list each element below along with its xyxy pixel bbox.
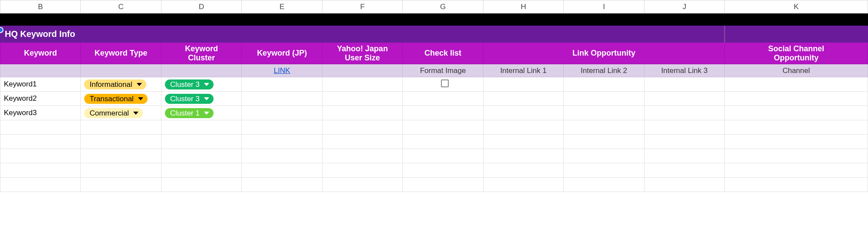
- col-header-D[interactable]: D: [161, 0, 241, 13]
- table-row[interactable]: Keyword1InformationalCluster 3: [0, 77, 868, 92]
- cell-yahoo-size[interactable]: [322, 106, 402, 120]
- chevron-down-icon: [137, 83, 142, 86]
- cell-internal-link-3[interactable]: [644, 106, 724, 120]
- cell-internal-link-3[interactable]: [644, 77, 724, 92]
- cell-keyword-type[interactable]: Transactional: [81, 92, 161, 106]
- column-letter-row[interactable]: B C D E F G H I J K: [0, 0, 868, 13]
- cell-keyword-type[interactable]: Informational: [81, 77, 161, 92]
- cell-internal-link-1[interactable]: [483, 77, 563, 92]
- hdr-yahoo-user-size: Yahoo! Japan User Size: [322, 43, 402, 64]
- cell-channel[interactable]: [725, 106, 868, 120]
- keyword-type-pill[interactable]: Transactional: [84, 94, 147, 104]
- sub-internal-link-2: Internal Link 2: [564, 64, 644, 77]
- chevron-down-icon: [138, 97, 143, 100]
- cell-keyword-jp[interactable]: [242, 106, 322, 120]
- cell-internal-link-3[interactable]: [644, 92, 724, 106]
- chevron-down-icon: [204, 83, 209, 86]
- table-row[interactable]: Keyword2TransactionalCluster 3: [0, 92, 868, 106]
- hdr-keyword-cluster: Keyword Cluster: [161, 43, 241, 64]
- cell-keyword[interactable]: Keyword2: [0, 92, 81, 106]
- col-header-G[interactable]: G: [403, 0, 483, 13]
- empty-row[interactable]: [0, 135, 868, 149]
- keyword-type-pill[interactable]: Commercial: [84, 108, 143, 118]
- spacer-black-row: [0, 13, 868, 26]
- chevron-down-icon: [204, 112, 209, 115]
- cell-keyword[interactable]: Keyword1: [0, 77, 81, 92]
- sub-link-cell[interactable]: LINK: [242, 64, 322, 77]
- col-header-J[interactable]: J: [644, 0, 724, 13]
- cell-checklist[interactable]: [403, 106, 483, 120]
- hdr-link-opportunity: Link Opportunity: [483, 43, 724, 64]
- cell-channel[interactable]: [725, 77, 868, 92]
- chevron-down-icon: [204, 97, 209, 100]
- spreadsheet[interactable]: B C D E F G H I J K HQ Keyword Info Keyw…: [0, 0, 868, 192]
- hdr-keyword-type: Keyword Type: [81, 43, 161, 64]
- keyword-cluster-pill[interactable]: Cluster 1: [165, 108, 214, 118]
- col-header-B[interactable]: B: [0, 0, 81, 13]
- cell-keyword-cluster[interactable]: Cluster 1: [161, 106, 241, 120]
- table-row[interactable]: Keyword3CommercialCluster 1: [0, 106, 868, 120]
- col-header-C[interactable]: C: [81, 0, 161, 13]
- sub-empty-c[interactable]: [81, 64, 161, 77]
- sub-internal-link-3: Internal Link 3: [644, 64, 724, 77]
- keyword-type-pill[interactable]: Informational: [84, 79, 146, 89]
- cell-channel[interactable]: [725, 92, 868, 106]
- sub-empty-f[interactable]: [322, 64, 402, 77]
- keyword-cluster-pill[interactable]: Cluster 3: [165, 79, 214, 89]
- section-title: HQ Keyword Info: [5, 29, 75, 39]
- col-header-H[interactable]: H: [483, 0, 563, 13]
- cell-keyword-jp[interactable]: [242, 77, 322, 92]
- cell-internal-link-1[interactable]: [483, 92, 563, 106]
- cell-keyword-cluster[interactable]: Cluster 3: [161, 92, 241, 106]
- checkbox[interactable]: [441, 79, 449, 87]
- cell-internal-link-2[interactable]: [564, 92, 644, 106]
- sub-empty-b[interactable]: [0, 64, 81, 77]
- hdr-keyword: Keyword: [0, 43, 81, 64]
- hdr-social-channel: Social Channel Opportunity: [725, 43, 868, 64]
- col-header-K[interactable]: K: [725, 0, 868, 13]
- cell-checklist[interactable]: [403, 77, 483, 92]
- cell-yahoo-size[interactable]: [322, 77, 402, 92]
- cell-keyword-type[interactable]: Commercial: [81, 106, 161, 120]
- cell-yahoo-size[interactable]: [322, 92, 402, 106]
- cell-internal-link-2[interactable]: [564, 77, 644, 92]
- empty-row[interactable]: [0, 149, 868, 163]
- sub-internal-link-1: Internal Link 1: [483, 64, 563, 77]
- empty-row[interactable]: [0, 120, 868, 135]
- cell-internal-link-2[interactable]: [564, 106, 644, 120]
- cell-keyword-cluster[interactable]: Cluster 3: [161, 77, 241, 92]
- sub-format-image: Format Image: [403, 64, 483, 77]
- cell-internal-link-1[interactable]: [483, 106, 563, 120]
- col-header-I[interactable]: I: [564, 0, 644, 13]
- col-header-F[interactable]: F: [322, 0, 402, 13]
- cell-keyword[interactable]: Keyword3: [0, 106, 81, 120]
- cell-checklist[interactable]: [403, 92, 483, 106]
- chevron-down-icon: [133, 112, 138, 115]
- empty-row[interactable]: [0, 163, 868, 178]
- header-row[interactable]: Keyword Keyword Type Keyword Cluster Key…: [0, 43, 868, 64]
- sub-channel: Channel: [725, 64, 868, 77]
- subheader-row[interactable]: LINK Format Image Internal Link 1 Intern…: [0, 64, 868, 77]
- hdr-checklist: Check list: [403, 43, 483, 64]
- keyword-cluster-pill[interactable]: Cluster 3: [165, 94, 214, 104]
- cell-keyword-jp[interactable]: [242, 92, 322, 106]
- hdr-keyword-jp: Keyword (JP): [242, 43, 322, 64]
- sub-empty-d[interactable]: [161, 64, 241, 77]
- empty-row[interactable]: [0, 178, 868, 192]
- col-header-E[interactable]: E: [242, 0, 322, 13]
- grid[interactable]: B C D E F G H I J K HQ Keyword Info Keyw…: [0, 0, 868, 192]
- section-title-row[interactable]: HQ Keyword Info: [0, 26, 868, 43]
- link-jp[interactable]: LINK: [274, 66, 290, 75]
